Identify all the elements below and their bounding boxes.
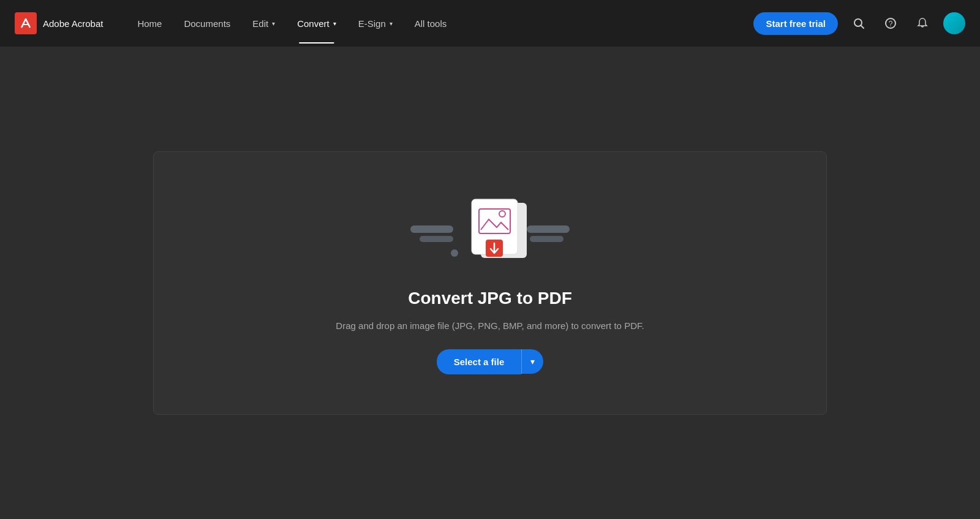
nav-esign[interactable]: E-Sign ▾	[349, 13, 402, 34]
file-select-group: Select a file ▾	[437, 349, 544, 374]
svg-rect-5	[420, 236, 453, 242]
navbar-actions: Start free trial ?	[753, 12, 965, 35]
bell-icon	[916, 17, 929, 29]
esign-chevron-icon: ▾	[390, 20, 393, 27]
nav-edit[interactable]: Edit ▾	[243, 13, 285, 34]
help-button[interactable]: ?	[880, 12, 902, 34]
avatar[interactable]	[943, 12, 965, 34]
logo-text: Adobe Acrobat	[43, 18, 103, 29]
start-trial-button[interactable]: Start free trial	[753, 12, 838, 35]
search-icon	[853, 17, 865, 29]
navbar: Adobe Acrobat Home Documents Edit ▾ Conv…	[0, 0, 980, 47]
logo-icon	[15, 12, 37, 34]
nav-convert[interactable]: Convert ▾	[287, 13, 346, 34]
nav-home[interactable]: Home	[127, 13, 172, 34]
select-file-button[interactable]: Select a file	[437, 349, 522, 374]
nav-documents[interactable]: Documents	[174, 13, 240, 34]
search-button[interactable]	[848, 12, 870, 34]
select-file-dropdown-button[interactable]: ▾	[521, 349, 543, 374]
convert-card: Convert JPG to PDF Drag and drop an imag…	[153, 151, 827, 415]
main-content: Convert JPG to PDF Drag and drop an imag…	[0, 47, 980, 519]
dropdown-chevron-icon: ▾	[530, 357, 535, 366]
svg-line-1	[861, 26, 864, 29]
svg-rect-4	[410, 225, 453, 233]
convert-title: Convert JPG to PDF	[408, 289, 572, 308]
help-icon: ?	[884, 17, 897, 29]
convert-subtitle: Drag and drop an image file (JPG, PNG, B…	[336, 320, 644, 331]
nav-all-tools[interactable]: All tools	[405, 13, 457, 34]
edit-chevron-icon: ▾	[272, 20, 275, 27]
convert-chevron-icon: ▾	[333, 20, 336, 27]
svg-point-8	[451, 249, 458, 257]
convert-illustration	[404, 192, 576, 271]
svg-rect-7	[530, 236, 564, 242]
main-nav: Home Documents Edit ▾ Convert ▾ E-Sign ▾…	[127, 13, 753, 34]
notifications-button[interactable]	[911, 12, 933, 34]
svg-text:?: ?	[889, 20, 893, 28]
logo[interactable]: Adobe Acrobat	[15, 12, 103, 34]
svg-rect-6	[527, 225, 570, 233]
